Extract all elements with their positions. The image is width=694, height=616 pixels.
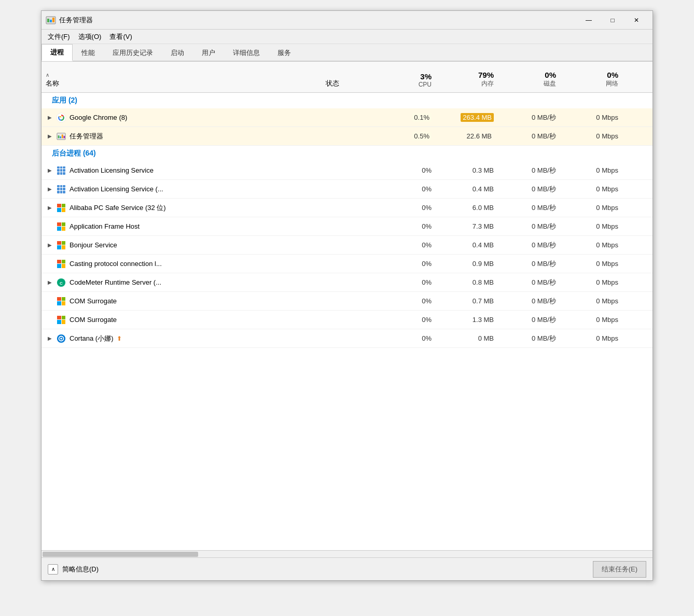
proc-net-cell: 0 Mbps <box>560 221 622 231</box>
proc-name-cell: ▶ Bonjour Service <box>41 239 322 251</box>
proc-status-cell <box>322 282 373 284</box>
tab-details[interactable]: 详细信息 <box>224 45 269 61</box>
proc-name-label: COM Surrogate <box>70 297 117 305</box>
cpu-percent: 3% <box>378 72 432 81</box>
col-header-cpu[interactable]: 3% CPU <box>373 70 436 90</box>
svg-rect-3 <box>52 18 54 22</box>
win-icon <box>56 315 66 325</box>
proc-status-cell <box>322 170 373 172</box>
expand-button[interactable]: ▶ <box>46 166 54 175</box>
process-list[interactable]: 应用 (2) ▶ Google Ch <box>41 93 653 550</box>
svg-rect-9 <box>62 134 63 138</box>
status-info-label[interactable]: 简略信息(D) <box>62 565 99 574</box>
network-percent: 0% <box>564 71 618 79</box>
proc-name-cell: ▶ Activation Licensing Service (... <box>41 183 322 195</box>
expand-button[interactable]: ▶ <box>46 114 54 122</box>
proc-cpu-cell: 0.5% <box>373 131 436 141</box>
proc-mem-cell: 0.7 MB <box>436 296 498 306</box>
close-button[interactable]: ✕ <box>624 11 648 30</box>
win-icon <box>56 296 66 306</box>
collapse-button[interactable]: ∧ <box>48 564 58 575</box>
taskmgr-icon <box>56 131 66 142</box>
tab-services[interactable]: 服务 <box>269 45 300 61</box>
disk-percent: 0% <box>502 71 556 79</box>
menu-file[interactable]: 文件(F) <box>44 30 74 44</box>
table-row[interactable]: ▶ Cortana (小娜) ⬆ 0% 0 MB 0 MB/秒 <box>41 329 653 348</box>
status-bar: ∧ 简略信息(D) 结束任务(E) <box>41 557 653 580</box>
menu-view[interactable]: 查看(V) <box>105 30 136 44</box>
tab-processes[interactable]: 进程 <box>41 44 73 61</box>
menu-options[interactable]: 选项(O) <box>74 30 106 44</box>
win-icon <box>56 259 66 269</box>
memory-label: 内存 <box>440 79 494 88</box>
table-row[interactable]: ▶ Casting protocol connection l... 0% 0.… <box>41 255 653 273</box>
proc-net-cell: 0 Mbps <box>560 240 622 250</box>
proc-cpu-cell: 0% <box>373 296 436 306</box>
section-apps-header: 应用 (2) <box>41 93 653 108</box>
proc-disk-cell: 0 MB/秒 <box>498 131 560 142</box>
proc-status-cell <box>322 263 373 265</box>
horizontal-scrollbar[interactable] <box>41 550 653 557</box>
proc-net-cell: 0 Mbps <box>560 203 622 213</box>
table-row[interactable]: ▶ Google Chrome (8) <box>41 108 653 127</box>
svg-rect-1 <box>47 19 49 22</box>
col-header-status[interactable]: 状态 <box>322 77 373 90</box>
svg-rect-2 <box>50 20 52 22</box>
col-header-disk[interactable]: 0% 磁盘 <box>498 68 560 90</box>
proc-mem-cell: 7.3 MB <box>436 221 498 231</box>
col-header-memory[interactable]: 79% 内存 <box>436 68 498 90</box>
end-task-button[interactable]: 结束任务(E) <box>593 561 646 578</box>
table-row[interactable]: ▶ Application Frame Host 0% 7.3 MB 0 MB/… <box>41 217 653 236</box>
proc-cpu-cell: 0.1% <box>373 113 436 122</box>
proc-disk-cell: 0 MB/秒 <box>498 258 560 270</box>
proc-name-cell: ▶ COM Surrogate <box>41 295 322 307</box>
tab-bar: 进程 性能 应用历史记录 启动 用户 详细信息 服务 <box>41 44 653 62</box>
expand-button[interactable]: ▶ <box>46 204 54 212</box>
proc-disk-cell: 0 MB/秒 <box>498 202 560 214</box>
cortana-icon <box>56 333 66 344</box>
proc-name-cell: ▶ Activation Licensing Service <box>41 164 322 177</box>
expand-button[interactable]: ▶ <box>46 334 54 343</box>
scrollbar-thumb-h[interactable] <box>43 552 198 557</box>
proc-name-cell: ▶ COM Surrogate <box>41 314 322 326</box>
tab-users[interactable]: 用户 <box>193 45 224 61</box>
proc-name-label: Alibaba PC Safe Service (32 位) <box>70 203 166 213</box>
table-row[interactable]: ▶ C CodeMeter Runtime Server (... 0% 0.8… <box>41 273 653 292</box>
table-row[interactable]: ▶ Bonjour Service 0% 0.4 MB 0 MB/秒 0 Mbp… <box>41 236 653 255</box>
proc-name-label: 任务管理器 <box>70 132 103 141</box>
expand-button[interactable]: ▶ <box>46 278 54 287</box>
minimize-button[interactable]: — <box>577 11 601 30</box>
svg-rect-7 <box>58 135 60 138</box>
title-bar: 任务管理器 — □ ✕ <box>41 11 653 30</box>
proc-mem-cell: 0 MB <box>436 333 498 343</box>
proc-mem-cell: 0.8 MB <box>436 277 498 287</box>
expand-button[interactable]: ▶ <box>46 132 54 141</box>
expand-button[interactable]: ▶ <box>46 241 54 249</box>
proc-mem-cell: 263.4 MB <box>436 113 498 122</box>
main-content: ∧ 名称 状态 3% CPU 79% 内存 0% 磁盘 0% 网络 <box>41 62 653 557</box>
proc-net-cell: 0 Mbps <box>560 131 622 141</box>
proc-net-cell: 0 Mbps <box>560 165 622 175</box>
table-row[interactable]: ▶ 任务管理器 0.5% <box>41 127 653 146</box>
table-row[interactable]: ▶ COM Surrogate 0% 1.3 MB 0 MB/秒 0 Mbps <box>41 311 653 329</box>
col-header-network[interactable]: 0% 网络 <box>560 68 622 90</box>
tab-startup[interactable]: 启动 <box>162 45 193 61</box>
table-row[interactable]: ▶ COM Surrogate 0% 0.7 MB 0 MB/秒 0 Mbps <box>41 292 653 311</box>
tab-app-history[interactable]: 应用历史记录 <box>104 45 162 61</box>
proc-mem-cell: 0.3 MB <box>436 165 498 175</box>
expand-button[interactable]: ▶ <box>46 185 54 193</box>
table-row[interactable]: ▶ Activation Licensing Service 0% 0.3 MB… <box>41 161 653 180</box>
proc-disk-cell: 0 MB/秒 <box>498 333 560 344</box>
maximize-button[interactable]: □ <box>601 11 624 30</box>
col-header-name[interactable]: ∧ 名称 <box>41 70 322 90</box>
table-row[interactable]: ▶ Alibaba PC Safe Service (32 位) 0% 6.0 … <box>41 199 653 217</box>
table-row[interactable]: ▶ Activation Licensing Service (... 0% 0… <box>41 180 653 199</box>
memory-percent: 79% <box>440 71 494 79</box>
svg-rect-10 <box>64 136 65 138</box>
proc-status-cell <box>322 135 373 137</box>
tab-performance[interactable]: 性能 <box>73 45 104 61</box>
proc-name-cell: ▶ Application Frame Host <box>41 220 322 233</box>
proc-mem-cell: 6.0 MB <box>436 203 498 213</box>
proc-status-cell <box>322 338 373 340</box>
proc-name-cell: ▶ Alibaba PC Safe Service (32 位) <box>41 202 322 214</box>
